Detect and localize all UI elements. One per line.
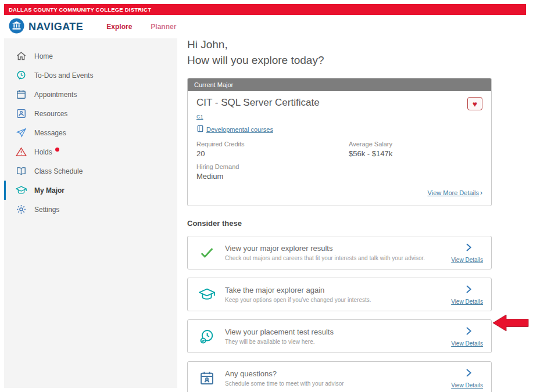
- stat-average-salary: Average Salary $56k - $147k: [349, 141, 482, 163]
- book-small-icon: [196, 124, 204, 135]
- card-placement-test-results[interactable]: View your placement test results They wi…: [187, 319, 492, 353]
- sidebar-item-resources[interactable]: Resources: [4, 104, 177, 123]
- current-major-card: Current Major CIT - SQL Server Certifica…: [187, 78, 492, 206]
- view-details-link[interactable]: View Details: [451, 340, 483, 347]
- page: DALLAS COUNTY COMMUNITY COLLEGE DISTRICT…: [0, 0, 533, 392]
- tab-explore[interactable]: Explore: [106, 23, 132, 31]
- view-more-details-link[interactable]: View More Details: [428, 189, 479, 196]
- stat-required-credits: Required Credits 20: [196, 141, 349, 163]
- sidebar-item-label: Messages: [34, 129, 66, 137]
- clock-check-icon: [198, 328, 216, 345]
- greeting: Hi John, How will you explore today?: [187, 37, 492, 68]
- chevron-right-icon: ›: [480, 189, 482, 197]
- sidebar-item-label: Appointments: [34, 91, 77, 99]
- card-title: Any questions?: [225, 369, 446, 378]
- todos-clock-icon: [16, 70, 27, 81]
- home-icon: [16, 51, 27, 62]
- sidebar-item-holds[interactable]: Holds: [4, 142, 177, 161]
- sidebar: Home To-Dos and Events Appointments Reso…: [4, 38, 177, 388]
- favorite-heart-icon[interactable]: ♥: [467, 97, 482, 110]
- district-banner: DALLAS COUNTY COMMUNITY COLLEGE DISTRICT: [4, 4, 526, 15]
- tab-planner[interactable]: Planner: [151, 23, 176, 31]
- chevron-right-icon[interactable]: [463, 368, 474, 380]
- sidebar-item-label: To-Dos and Events: [34, 71, 93, 80]
- top-nav: Explore Planner: [106, 23, 176, 31]
- current-major-header: Current Major: [188, 78, 491, 91]
- consider-these-heading: Consider these: [187, 219, 492, 228]
- stat-hiring-demand: Hiring Demand Medium: [196, 163, 349, 186]
- sidebar-item-label: Class Schedule: [34, 167, 83, 175]
- sidebar-item-label: Holds: [34, 148, 52, 156]
- app-header: NAVIGATE Explore Planner: [4, 15, 526, 38]
- chevron-right-icon[interactable]: [463, 326, 474, 339]
- sidebar-item-appointments[interactable]: Appointments: [4, 85, 177, 104]
- greeting-line1: Hi John,: [187, 37, 492, 53]
- card-title: View your placement test results: [225, 328, 446, 336]
- sidebar-item-label: Home: [34, 52, 53, 60]
- open-book-icon: [16, 166, 27, 177]
- check-icon: [198, 244, 216, 261]
- warning-triangle-icon: [16, 146, 27, 157]
- major-stats: Required Credits 20 Average Salary $56k …: [196, 141, 482, 186]
- major-title: CIT - SQL Server Certificate: [196, 97, 320, 109]
- district-banner-text: DALLAS COUNTY COMMUNITY COLLEGE DISTRICT: [9, 6, 151, 13]
- calendar-icon: [16, 89, 27, 100]
- annotation-arrow-icon: [493, 314, 529, 332]
- card-subtitle: They will be available to view here.: [225, 339, 446, 345]
- brand: NAVIGATE: [4, 18, 83, 36]
- navigate-logo-icon: [9, 18, 24, 36]
- sidebar-item-home[interactable]: Home: [4, 46, 177, 66]
- chevron-right-icon[interactable]: [463, 284, 474, 297]
- sidebar-item-label: Settings: [34, 206, 59, 214]
- view-details-link[interactable]: View Details: [451, 382, 483, 389]
- sidebar-item-class-schedule[interactable]: Class Schedule: [4, 161, 177, 181]
- card-subtitle: Schedule some time to meet with your adv…: [225, 380, 446, 387]
- card-title: Take the major explorer again: [225, 286, 446, 294]
- card-major-explorer-again[interactable]: Take the major explorer again Keep your …: [187, 278, 492, 311]
- sidebar-item-messages[interactable]: Messages: [4, 123, 177, 142]
- grad-cap-icon: [16, 185, 27, 196]
- paper-plane-icon: [16, 127, 27, 138]
- greeting-line2: How will you explore today?: [187, 53, 492, 69]
- major-code-link[interactable]: C1: [196, 114, 203, 120]
- sidebar-item-settings[interactable]: Settings: [4, 200, 177, 219]
- card-any-questions[interactable]: Any questions? Schedule some time to mee…: [187, 361, 492, 392]
- sidebar-item-todos-and-events[interactable]: To-Dos and Events: [4, 66, 177, 85]
- card-subtitle: Check out majors and careers that fit yo…: [225, 255, 446, 261]
- card-title: View your major explorer results: [225, 244, 446, 253]
- card-subtitle: Keep your options open if you've changed…: [225, 297, 446, 303]
- current-major-body: CIT - SQL Server Certificate ♥ C1 Develo…: [188, 91, 491, 206]
- developmental-courses-link[interactable]: Developmental courses: [206, 126, 273, 133]
- view-details-link[interactable]: View Details: [451, 299, 483, 305]
- card-major-explorer-results[interactable]: View your major explorer results Check o…: [187, 236, 492, 269]
- main-content: Hi John, How will you explore today? Cur…: [187, 37, 492, 392]
- sidebar-item-my-major[interactable]: My Major: [4, 181, 177, 200]
- view-details-link[interactable]: View Details: [451, 257, 483, 263]
- sidebar-item-label: My Major: [34, 186, 65, 195]
- person-card-icon: [16, 108, 27, 119]
- holds-notification-badge: [55, 148, 59, 152]
- brand-name: NAVIGATE: [28, 21, 83, 33]
- grad-cap-icon: [198, 286, 216, 303]
- gear-icon: [16, 204, 27, 215]
- chevron-right-icon[interactable]: [463, 242, 474, 255]
- calendar-person-icon: [198, 369, 216, 387]
- sidebar-item-label: Resources: [34, 110, 67, 118]
